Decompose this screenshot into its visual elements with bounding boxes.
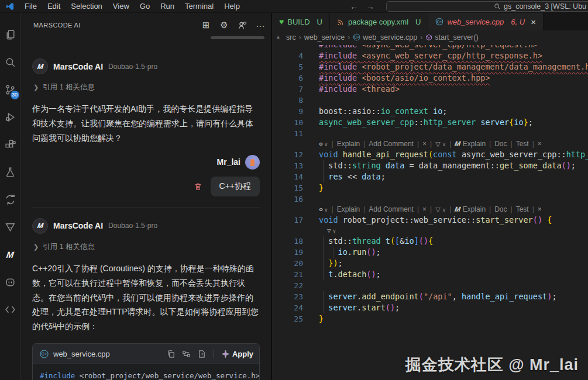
line-number: 20 — [272, 258, 319, 269]
feedback-person-icon[interactable] — [237, 20, 247, 30]
breadcrumb: src › web_service › C+ web_service.cpp ›… — [272, 30, 588, 44]
line-number: 19 — [272, 247, 319, 258]
code-line: 7#include <thread> — [272, 84, 588, 95]
insert-code-icon[interactable] — [182, 350, 191, 358]
reference-toggle[interactable]: ❯ 引用 1 相关信息 — [33, 242, 260, 252]
source-control-icon[interactable]: 30 — [0, 76, 20, 103]
feed-icon — [337, 18, 345, 26]
tab-bar: ♥ BUILD U package copy.xml U C+ web_serv… — [272, 13, 588, 30]
code-line: 12void handle_api_request(const async_we… — [272, 149, 588, 160]
watermark-text: 掘金技术社区 @ Mr_lai — [405, 354, 579, 375]
collapse-arrow-icon[interactable]: ▲ — [276, 34, 281, 40]
chevron-down-icon[interactable]: ∨ — [333, 228, 336, 234]
new-file-icon[interactable] — [197, 350, 206, 358]
breadcrumb-symbol[interactable]: start_server() — [425, 33, 478, 42]
search-icon — [494, 3, 501, 10]
forward-arrow-icon[interactable]: → — [366, 2, 374, 11]
codegeex-icon[interactable] — [0, 213, 20, 241]
scrollbar-thumb[interactable] — [211, 36, 264, 39]
marscode-logo-icon: M — [454, 205, 461, 215]
command-center-search[interactable]: gs_console_3 [WSL: Ubu — [386, 1, 588, 12]
more-actions-icon[interactable]: ··· — [255, 20, 266, 30]
menu-items: FileEditSelectionViewGoRunTerminalHelp — [19, 0, 245, 13]
line-number: 18 — [272, 236, 319, 247]
explorer-icon[interactable] — [0, 21, 20, 49]
tab-build[interactable]: ♥ BUILD U — [272, 13, 330, 30]
line-number: 5 — [272, 61, 319, 72]
chevron-down-icon[interactable]: ∨ — [442, 207, 446, 213]
tab-web-service-cpp[interactable]: C+ web_service.cpp 6, U × — [428, 13, 543, 30]
chevron-right-icon: ❯ — [33, 84, 39, 91]
menu-edit[interactable]: Edit — [42, 0, 66, 13]
chevron-down-icon[interactable]: ∨ — [442, 141, 446, 147]
cpp-file-icon: C+ — [435, 18, 443, 26]
model-label: Doubao-1.5-pro — [108, 222, 157, 230]
code-line: 17void robot_project::web_service::start… — [272, 215, 588, 226]
assistant-name: MarsCode AI — [53, 221, 103, 230]
codegeex-icon[interactable]: ▽ — [435, 140, 440, 147]
diff-sync-icon[interactable] — [0, 186, 20, 213]
inline-ai-action[interactable]: ▽∨ — [272, 226, 588, 236]
codelens-actions[interactable]: ‹›∨|Explain|Add Comment|×|▽∨|M Explain|D… — [272, 205, 588, 215]
line-number: 12 — [272, 149, 319, 160]
chevron-down-icon[interactable]: ∨ — [324, 207, 328, 213]
menu-go[interactable]: Go — [135, 0, 155, 13]
menu-help[interactable]: Help — [219, 0, 245, 13]
message-divider — [32, 207, 260, 208]
code-line: 8 — [272, 95, 588, 106]
new-chat-icon[interactable]: ⊞ — [201, 20, 211, 30]
breadcrumb-web-service[interactable]: web_service — [304, 33, 345, 42]
chat-history: M MarsCode AI Doubao-1.5-pro ❯ 引用 1 相关信息… — [20, 37, 271, 380]
chevron-sep-icon: › — [299, 33, 301, 42]
code-line: 20 }); — [272, 258, 588, 269]
copy-icon[interactable] — [167, 350, 176, 358]
code-suggestion-card: C+ web_service.cpp — [32, 343, 260, 380]
activity-bar: 30 M — [0, 13, 20, 380]
line-number: 7 — [272, 84, 319, 95]
history-nav: ← → — [350, 0, 374, 13]
robot-assistant-icon[interactable] — [0, 268, 20, 296]
line-number: 15 — [272, 182, 319, 194]
line-number: 25 — [272, 313, 319, 324]
code-line: 6#include <boost/asio/io_context.hpp> — [272, 72, 588, 84]
tab-package-copy-xml[interactable]: package copy.xml U — [330, 13, 428, 30]
code-editor[interactable]: #include <async_web_server_cpp/http_requ… — [272, 44, 588, 324]
reference-toggle[interactable]: ❯ 引用 1 相关信息 — [33, 82, 260, 92]
card-filename: web_service.cpp — [53, 350, 162, 358]
breadcrumb-src[interactable]: src — [286, 33, 296, 42]
card-code-block: #include <robot_project/web_service/web_… — [33, 364, 259, 380]
menu-run[interactable]: Run — [155, 0, 180, 13]
assistant-text: C++20引入了协程 (Coroutines) 的支持，协程是一种特殊的函数，它… — [32, 261, 260, 334]
back-arrow-icon[interactable]: ← — [350, 2, 358, 11]
marscode-avatar: M — [32, 58, 48, 74]
apply-button[interactable]: Apply — [222, 350, 253, 358]
chevron-sep-icon: › — [420, 33, 422, 42]
chevron-down-icon[interactable]: ∨ — [324, 141, 328, 147]
codegeex-icon[interactable]: ▽ — [327, 227, 331, 234]
menu-file[interactable]: File — [19, 0, 42, 13]
extensions-icon[interactable] — [0, 131, 20, 158]
testing-icon[interactable] — [0, 158, 20, 186]
cpp-file-icon: C+ — [353, 33, 360, 41]
settings-gear-icon[interactable]: ⚙ — [219, 20, 229, 30]
assistant-message: M MarsCode AI Doubao-1.5-pro ❯ 引用 1 相关信息… — [32, 58, 260, 146]
codegeex-icon[interactable]: ▽ — [435, 206, 440, 213]
code-brackets-icon[interactable] — [0, 296, 20, 323]
vscode-logo-icon — [5, 2, 15, 11]
code-line: 11 — [272, 128, 588, 139]
breadcrumb-file[interactable]: C+ web_service.cpp — [353, 33, 417, 42]
sparkle-icon — [222, 350, 229, 358]
delete-trash-icon[interactable] — [194, 182, 202, 191]
run-debug-icon[interactable] — [0, 103, 20, 131]
line-number: 11 — [272, 128, 319, 139]
menu-terminal[interactable]: Terminal — [180, 0, 219, 13]
close-tab-icon[interactable]: × — [531, 17, 536, 27]
codelens-actions[interactable]: ‹›∨|Explain|Add Comment|×|▽∨|M Explain|D… — [272, 139, 588, 149]
line-number: 17 — [272, 215, 319, 226]
menu-selection[interactable]: Selection — [66, 0, 107, 13]
code-line: 24 server.start(); — [272, 302, 588, 313]
panel-title: MARSCODE AI — [33, 22, 201, 29]
search-sidebar-icon[interactable] — [0, 49, 20, 76]
menu-view[interactable]: View — [108, 0, 135, 13]
marscode-icon[interactable]: M — [0, 241, 20, 268]
